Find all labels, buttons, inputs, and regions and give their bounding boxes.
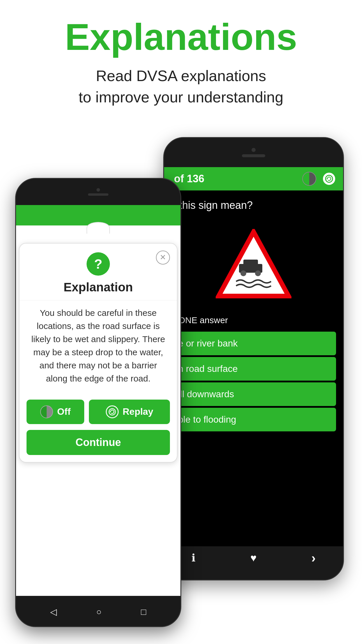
modal-title: Explanation <box>27 280 170 294</box>
front-back-nav[interactable]: ◁ <box>50 607 57 617</box>
header-subtitle: Read DVSA explanations to improve your u… <box>23 65 339 108</box>
off-button[interactable]: Off <box>27 400 84 424</box>
modal-question-icon: ? <box>87 252 110 276</box>
phone-front-top-bar <box>16 179 180 205</box>
phone-back-top-bar <box>164 138 343 167</box>
green-top-bar: of 136 <box>164 167 343 190</box>
phone-front: ? Explanation ✕ You should be careful in… <box>15 178 181 627</box>
replay-btn-icon <box>106 405 119 418</box>
svg-point-6 <box>255 270 261 276</box>
replay-icon[interactable] <box>322 172 336 186</box>
front-home-nav[interactable]: ○ <box>96 607 101 617</box>
modal-body: You should be careful in these locations… <box>20 300 177 394</box>
heart-action-icon[interactable]: ♥ <box>250 552 256 564</box>
warning-triangle-sign <box>216 229 291 299</box>
phone-back-nav-bar: ◁ ○ □ <box>164 570 343 580</box>
replay-button[interactable]: Replay <box>89 400 170 424</box>
speaker <box>242 154 265 157</box>
svg-rect-4 <box>243 260 258 266</box>
question-counter: of 136 <box>171 173 296 185</box>
modal-close-button[interactable]: ✕ <box>156 251 170 265</box>
page-title: Explanations <box>23 18 339 57</box>
modal-actions: Off Replay <box>20 394 177 430</box>
phone-front-nav-bar: ◁ ○ □ <box>16 596 180 627</box>
next-action-icon[interactable]: › <box>311 551 316 565</box>
phone-back-screen: of 136 s this sign mean? <box>164 167 343 546</box>
continue-button[interactable]: Continue <box>27 430 170 455</box>
front-camera <box>252 148 256 152</box>
answer-instruction: e ONE answer <box>164 311 343 330</box>
phone-front-screen: ? Explanation ✕ You should be careful in… <box>16 205 180 596</box>
answer-btn-3[interactable]: ill downwards <box>171 382 336 406</box>
dark-mode-icon[interactable] <box>302 172 316 186</box>
answer-btn-2[interactable]: n road surface <box>171 357 336 381</box>
front-recent-nav[interactable]: □ <box>141 607 146 617</box>
front-camera-2 <box>96 188 100 192</box>
explanation-modal: ? Explanation ✕ You should be careful in… <box>19 243 178 463</box>
info-action-icon[interactable]: ℹ <box>191 552 196 564</box>
modal-header: ? Explanation ✕ <box>20 244 177 300</box>
sign-image-area <box>164 217 343 311</box>
phone-back-action-row: ℹ ♥ › <box>164 546 343 570</box>
phones-container: of 136 s this sign mean? <box>0 120 362 598</box>
svg-point-5 <box>240 270 246 276</box>
header-section: Explanations Read DVSA explanations to i… <box>0 0 362 120</box>
explanation-text: You should be careful in these locations… <box>28 306 168 385</box>
phone-back: of 136 s this sign mean? <box>163 137 344 580</box>
question-text: s this sign mean? <box>164 190 343 217</box>
answer-btn-4[interactable]: ble to flooding <box>171 408 336 431</box>
answer-btn-1[interactable]: e or river bank <box>171 332 336 355</box>
moon-off-icon <box>40 405 53 418</box>
speaker-2 <box>88 193 108 196</box>
